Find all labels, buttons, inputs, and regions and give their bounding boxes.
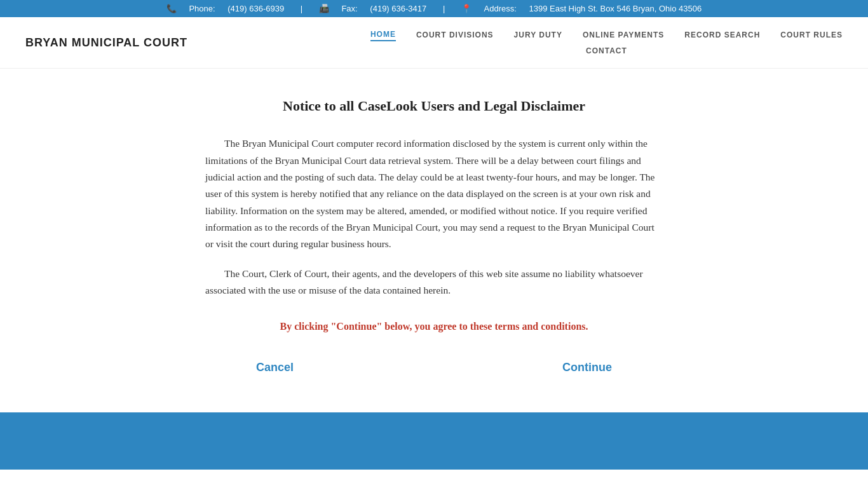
phone-icon xyxy=(166,4,179,13)
nav-court-rules[interactable]: COURT RULES xyxy=(780,29,843,41)
footer xyxy=(0,412,868,470)
main-content: Notice to all CaseLook Users and Legal D… xyxy=(180,94,688,374)
nav-contact[interactable]: CONTACT xyxy=(586,45,627,57)
fax-info: Fax: (419) 636-3417 xyxy=(314,4,434,13)
main-nav: HOME COURT DIVISIONS JURY DUTY ONLINE PA… xyxy=(370,29,843,57)
address-icon xyxy=(461,4,474,13)
page-heading: Notice to all CaseLook Users and Legal D… xyxy=(205,94,663,118)
address-info: Address: 1399 East High St. Box 546 Brya… xyxy=(456,4,707,13)
separator-1: | xyxy=(301,4,302,13)
address-label: Address: xyxy=(484,4,517,13)
nav-home[interactable]: HOME xyxy=(370,29,396,41)
nav-court-divisions[interactable]: COURT DIVISIONS xyxy=(416,29,494,41)
site-title: BRYAN MUNICIPAL COURT xyxy=(25,36,187,50)
fax-icon xyxy=(319,4,332,13)
header: BRYAN MUNICIPAL COURT HOME COURT DIVISIO… xyxy=(0,17,868,69)
address-value: 1399 East High St. Box 546 Bryan, Ohio 4… xyxy=(529,4,702,13)
phone-number: (419) 636-6939 xyxy=(227,4,284,13)
nav-online-payments[interactable]: ONLINE PAYMENTS xyxy=(583,29,664,41)
agree-text: By clicking "Continue" below, you agree … xyxy=(205,318,663,335)
disclaimer-paragraph-2: The Court, Clerk of Court, their agents,… xyxy=(205,266,663,299)
phone-label: Phone: xyxy=(189,4,215,13)
nav-row-2: CONTACT xyxy=(586,45,627,57)
nav-row-1: HOME COURT DIVISIONS JURY DUTY ONLINE PA… xyxy=(370,29,843,41)
nav-record-search[interactable]: RECORD SEARCH xyxy=(684,29,760,41)
fax-label: Fax: xyxy=(341,4,357,13)
fax-number: (419) 636-3417 xyxy=(370,4,426,13)
separator-2: | xyxy=(443,4,445,13)
continue-button[interactable]: Continue xyxy=(562,361,612,374)
disclaimer-paragraph-1: The Bryan Municipal Court computer recor… xyxy=(205,135,663,252)
cancel-button[interactable]: Cancel xyxy=(256,361,294,374)
phone-info: Phone: (419) 636-6939 xyxy=(161,4,292,13)
nav-jury-duty[interactable]: JURY DUTY xyxy=(514,29,562,41)
top-bar: Phone: (419) 636-6939 | Fax: (419) 636-3… xyxy=(0,0,868,17)
action-buttons: Cancel Continue xyxy=(205,361,663,374)
